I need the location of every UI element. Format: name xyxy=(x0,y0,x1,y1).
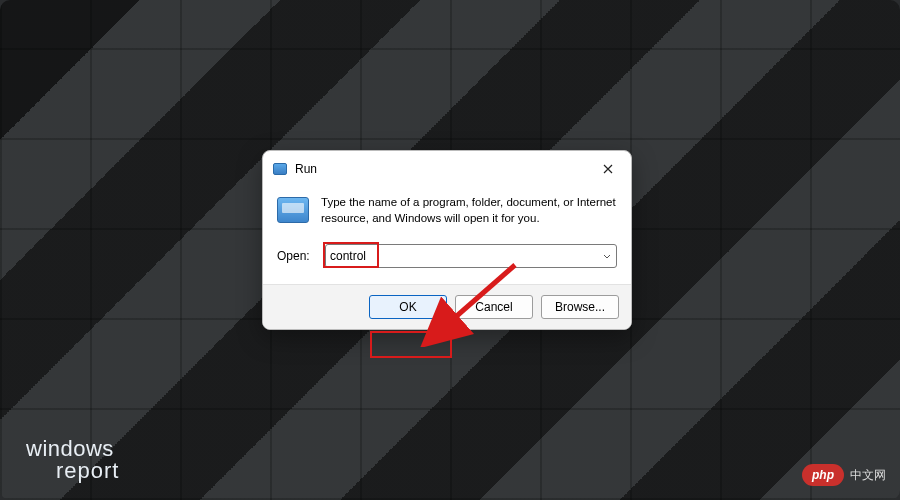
watermark-line2: report xyxy=(56,460,119,482)
close-icon xyxy=(603,164,613,174)
run-large-icon xyxy=(277,197,309,223)
watermark-text: 中文网 xyxy=(850,467,886,484)
run-dialog: Run Type the name of a program, folder, … xyxy=(262,150,632,330)
open-input[interactable] xyxy=(325,244,617,268)
browse-button[interactable]: Browse... xyxy=(541,295,619,319)
close-button[interactable] xyxy=(595,159,621,179)
watermark-badge: php xyxy=(802,464,844,486)
watermark-line1: windows xyxy=(26,438,119,460)
dialog-title: Run xyxy=(295,162,595,176)
open-label: Open: xyxy=(277,249,315,263)
watermark-php: php 中文网 xyxy=(802,464,886,486)
dialog-body: Type the name of a program, folder, docu… xyxy=(263,185,631,240)
run-app-icon xyxy=(273,163,287,175)
open-row: Open: xyxy=(263,240,631,284)
cancel-button[interactable]: Cancel xyxy=(455,295,533,319)
dialog-description: Type the name of a program, folder, docu… xyxy=(321,195,617,226)
open-combobox[interactable] xyxy=(325,244,617,268)
watermark-windows-report: windows report xyxy=(26,438,119,482)
titlebar: Run xyxy=(263,151,631,185)
button-bar: OK Cancel Browse... xyxy=(263,284,631,329)
ok-button[interactable]: OK xyxy=(369,295,447,319)
